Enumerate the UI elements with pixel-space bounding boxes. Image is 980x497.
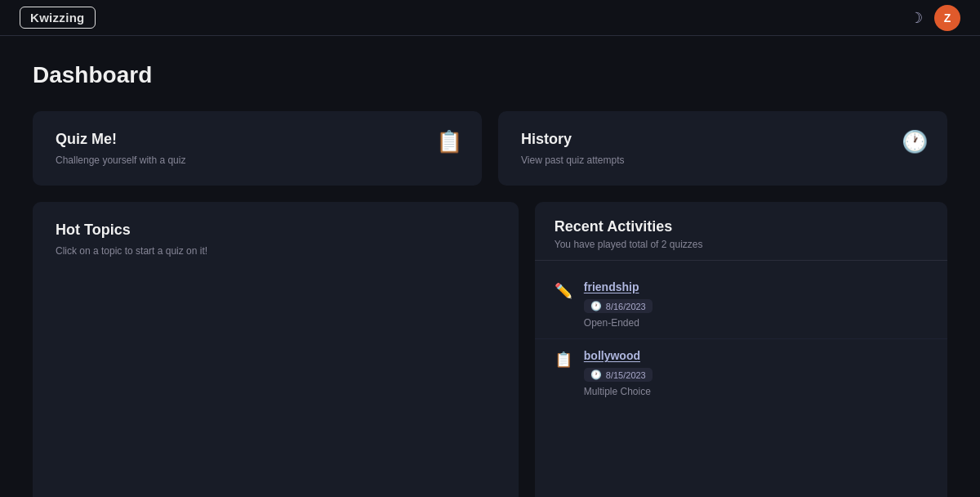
activity-type: Multiple Choice <box>584 386 928 397</box>
theme-toggle-icon[interactable]: ☽ <box>910 9 923 27</box>
history-icon: 🕐 <box>902 129 928 154</box>
hot-topics-title: Hot Topics <box>56 222 496 239</box>
activity-name[interactable]: bollywood <box>584 349 928 362</box>
history-card[interactable]: 🕐 History View past quiz attempts <box>498 111 947 186</box>
nav-right: ☽ Z <box>910 5 960 31</box>
navbar: Kwizzing ☽ Z <box>0 0 980 36</box>
hot-topics-subtitle: Click on a topic to start a quiz on it! <box>56 245 496 257</box>
top-cards-row: 📋 Quiz Me! Challenge yourself with a qui… <box>33 111 947 186</box>
activity-date-text: 8/15/2023 <box>606 370 646 380</box>
bottom-row: Hot Topics Click on a topic to start a q… <box>33 202 947 497</box>
activity-date-text: 8/16/2023 <box>606 302 646 311</box>
copy-icon: 📋 <box>555 351 572 369</box>
page-title: Dashboard <box>33 62 947 88</box>
quiz-me-card[interactable]: 📋 Quiz Me! Challenge yourself with a qui… <box>33 111 482 186</box>
activity-content: bollywood 🕐 8/15/2023 Multiple Choice <box>584 349 928 397</box>
activity-date-badge: 🕐 8/15/2023 <box>584 368 653 382</box>
quiz-me-icon: 📋 <box>436 129 462 154</box>
brand-logo[interactable]: Kwizzing <box>20 7 96 29</box>
activity-date-badge: 🕐 8/16/2023 <box>584 299 653 313</box>
activity-item[interactable]: ✏️ friendship 🕐 8/16/2023 Open-Ended <box>535 271 947 339</box>
user-avatar[interactable]: Z <box>934 5 960 31</box>
recent-activities-card: Recent Activities You have played total … <box>535 202 947 497</box>
main-content: Dashboard 📋 Quiz Me! Challenge yourself … <box>0 36 980 497</box>
activity-name[interactable]: friendship <box>584 280 928 293</box>
history-title: History <box>521 131 924 148</box>
hot-topics-card[interactable]: Hot Topics Click on a topic to start a q… <box>33 202 519 497</box>
history-subtitle: View past quiz attempts <box>521 154 924 166</box>
activities-list[interactable]: ✏️ friendship 🕐 8/16/2023 Open-Ended 📋 <box>535 261 947 497</box>
clock-icon: 🕐 <box>590 301 602 311</box>
quiz-me-subtitle: Challenge yourself with a quiz <box>56 154 459 166</box>
clock-icon: 🕐 <box>590 369 602 380</box>
quiz-me-title: Quiz Me! <box>56 131 459 148</box>
edit-icon: ✏️ <box>555 282 572 300</box>
activity-item[interactable]: 📋 bollywood 🕐 8/15/2023 Multiple Choice <box>535 339 947 407</box>
activity-type: Open-Ended <box>584 317 928 329</box>
activity-content: friendship 🕐 8/16/2023 Open-Ended <box>584 280 928 329</box>
recent-activities-header: Recent Activities You have played total … <box>535 202 947 261</box>
recent-activities-title: Recent Activities <box>555 218 928 235</box>
recent-activities-subtitle: You have played total of 2 quizzes <box>555 239 928 250</box>
